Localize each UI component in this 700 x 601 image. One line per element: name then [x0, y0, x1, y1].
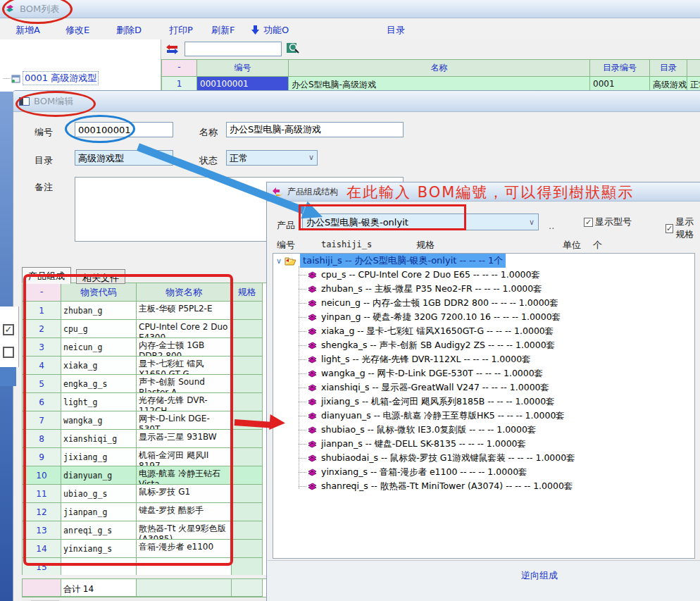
- materials-cell-num[interactable]: 15: [23, 558, 61, 575]
- materials-cell-code[interactable]: yinxiang_s: [61, 540, 137, 558]
- materials-row[interactable]: 3neicun_g内存-金士顿 1GB DDR2 800: [23, 338, 268, 357]
- bom-edit-titlebar[interactable]: BOM编辑: [13, 91, 700, 112]
- materials-cell-code[interactable]: dianyuan_g: [61, 466, 137, 485]
- materials-cell-code[interactable]: light_g: [61, 393, 137, 411]
- materials-cell-name[interactable]: 网卡-D-Link DGE-530T: [137, 411, 232, 430]
- tree-node[interactable]: wangka_g -- 网卡-D-Link DGE-530T -- -- -- …: [273, 366, 694, 380]
- table-cell-name[interactable]: 办公S型电脑-高级游戏: [289, 77, 590, 92]
- materials-row[interactable]: 14yinxiang_s音箱-漫步者 e1100: [23, 540, 268, 558]
- materials-cell-code[interactable]: xianshiqi_g: [61, 430, 137, 448]
- tree-node[interactable]: cpu_s -- CPU-Intel Core 2 Duo E65 -- -- …: [273, 268, 694, 282]
- tree-node[interactable]: dianyuan_s -- 电源-航嘉 冷静王至尊版HK5 -- -- -- 1…: [273, 409, 694, 423]
- checkbox-checked[interactable]: ✓: [3, 324, 14, 335]
- materials-cell-code[interactable]: jixiang_g: [61, 448, 137, 466]
- show-spec-checkbox[interactable]: ✓ 显示规格: [665, 216, 700, 241]
- materials-cell-code[interactable]: ubiao_g_s: [61, 485, 137, 503]
- materials-cell-num[interactable]: 5: [23, 375, 61, 393]
- materials-cell-name[interactable]: 机箱-金河田 飓风II 8197: [137, 448, 232, 466]
- materials-cell-num[interactable]: 14: [23, 540, 61, 558]
- tree-node[interactable]: jixiang_s -- 机箱-金河田 飓风系列8185B -- -- -- 1…: [273, 395, 694, 409]
- functions-button[interactable]: 功能O: [263, 24, 289, 37]
- materials-cell-name[interactable]: 主板-华硕 P5PL2-E: [137, 302, 232, 320]
- materials-cell-spec[interactable]: [232, 503, 263, 521]
- show-model-checkbox[interactable]: ✓ 显示型号: [584, 216, 632, 228]
- materials-cell-spec[interactable]: [232, 393, 263, 411]
- materials-cell-spec[interactable]: [232, 466, 263, 485]
- tree-node[interactable]: shengka_s -- 声卡-创新 SB Audigy2 ZS -- -- -…: [273, 338, 694, 352]
- materials-row[interactable]: 5engka_g_s声卡-创新 Sound Blaster A: [23, 375, 268, 393]
- materials-cell-num[interactable]: 4: [23, 357, 61, 375]
- tree-node[interactable]: shubiaodai_s -- 鼠标袋-罗技 G1游戏键鼠套装 -- -- --…: [273, 451, 694, 465]
- reverse-composition-link[interactable]: 逆向组成: [521, 569, 558, 582]
- table-cell-status[interactable]: 正常: [687, 77, 700, 92]
- catalog-tree-item[interactable]: ┈┈ 0001 高级游戏型: [3, 72, 98, 85]
- materials-row[interactable]: 4xiaka_g显卡-七彩虹 镭风X1650 GT-G: [23, 357, 268, 375]
- materials-cell-num[interactable]: 13: [23, 521, 61, 540]
- materials-cell-spec[interactable]: [232, 448, 263, 466]
- materials-cell-code[interactable]: cpu_g: [61, 320, 137, 338]
- materials-cell-num[interactable]: 7: [23, 411, 61, 430]
- materials-row[interactable]: 10dianyuan_g电源-航嘉 冷静王钻石Vista: [23, 466, 268, 485]
- tree-node[interactable]: yinxiang_s -- 音箱-漫步者 e1100 -- -- -- 1.00…: [273, 465, 694, 479]
- materials-cell-spec[interactable]: [232, 338, 263, 357]
- table-cell-cat[interactable]: 高级游戏型: [650, 77, 687, 92]
- materials-cell-code[interactable]: jianpan_g: [61, 503, 137, 521]
- materials-cell-name[interactable]: 光存储-先锋 DVR-112CH: [137, 393, 232, 411]
- tree-node[interactable]: zhuban_s -- 主板-微星 P35 Neo2-FR -- -- -- 1…: [273, 282, 694, 296]
- materials-cell-num[interactable]: 3: [23, 338, 61, 357]
- tab-related-files[interactable]: 相关文件: [76, 269, 125, 284]
- materials-cell-code[interactable]: zhuban_g: [61, 302, 137, 320]
- tree-node[interactable]: light_s -- 光存储-先锋 DVR-112XL -- -- -- 1.0…: [273, 352, 694, 366]
- materials-row[interactable]: 12jianpan_g键盘-罗技 酷影手: [23, 503, 268, 521]
- materials-cell-num[interactable]: 6: [23, 393, 61, 411]
- materials-row[interactable]: 7wangka_g网卡-D-Link DGE-530T: [23, 411, 268, 430]
- materials-cell-code[interactable]: neicun_g: [61, 338, 137, 357]
- materials-cell-num[interactable]: 1: [23, 302, 61, 320]
- materials-cell-num[interactable]: 9: [23, 448, 61, 466]
- tree-node[interactable]: xianshiqi_s -- 显示器-GreatWall V247 -- -- …: [273, 380, 694, 395]
- materials-cell-name[interactable]: 显卡-七彩虹 镭风X1650 GT-G: [137, 357, 232, 375]
- tree-node[interactable]: shubiao_s -- 鼠标-微软 IE3.0复刻版 -- -- -- 1.0…: [273, 423, 694, 437]
- materials-cell-name[interactable]: 声卡-创新 Sound Blaster A: [137, 375, 232, 393]
- materials-cell-name[interactable]: 内存-金士顿 1GB DDR2 800: [137, 338, 232, 357]
- table-cell-num[interactable]: 1: [162, 77, 197, 92]
- product-structure-titlebar[interactable]: 产品组成结构: [267, 182, 700, 202]
- materials-cell-code[interactable]: engka_g_s: [61, 375, 137, 393]
- bom-code-input[interactable]: [75, 122, 173, 137]
- materials-row[interactable]: 6light_g光存储-先锋 DVR-112CH: [23, 393, 268, 411]
- product-combobox[interactable]: 办公S型电脑-银奥-onlyit ∨: [302, 213, 539, 230]
- browse-dots[interactable]: ..: [549, 221, 554, 231]
- materials-row[interactable]: 8xianshiqi_g显示器-三星 931BW: [23, 430, 268, 448]
- edit-button[interactable]: 修改E: [65, 24, 89, 37]
- tree-root-node[interactable]: ∨ taishiji_s -- 办公S型电脑-银奥-onlyit -- -- -…: [273, 254, 694, 268]
- tree-node[interactable]: xiaka_g -- 显卡-七彩虹 镭风X1650GT-G -- -- -- 1…: [273, 324, 694, 338]
- materials-cell-name[interactable]: 键盘-罗技 酷影手: [137, 503, 232, 521]
- materials-cell-num[interactable]: 2: [23, 320, 61, 338]
- materials-cell-name[interactable]: [137, 558, 232, 575]
- materials-row[interactable]: 15: [23, 558, 268, 575]
- materials-row[interactable]: 9jixiang_g机箱-金河田 飓风II 8197: [23, 448, 268, 466]
- table-row[interactable]: 1000100001办公S型电脑-高级游戏0001高级游戏型正常: [162, 77, 700, 92]
- materials-cell-spec[interactable]: [232, 302, 263, 320]
- catalog-select[interactable]: 高级游戏型 ∨: [75, 150, 173, 166]
- add-button[interactable]: 新增A: [15, 24, 40, 37]
- expander-chevron-icon[interactable]: ∨: [276, 256, 282, 266]
- materials-cell-spec[interactable]: [232, 357, 263, 375]
- materials-cell-name[interactable]: 显示器-三星 931BW: [137, 430, 232, 448]
- materials-cell-spec[interactable]: [232, 540, 263, 558]
- materials-cell-code[interactable]: wangka_g: [61, 411, 137, 430]
- materials-cell-code[interactable]: anreqi_g_s: [61, 521, 137, 540]
- catalog-button[interactable]: 目录: [387, 24, 405, 37]
- materials-cell-spec[interactable]: [232, 430, 263, 448]
- materials-row[interactable]: 11ubiao_g_s鼠标-罗技 G1: [23, 485, 268, 503]
- search-magnifier-icon[interactable]: [287, 42, 300, 58]
- tree-node[interactable]: neicun_g -- 内存-金士顿 1GB DDR2 800 -- -- --…: [273, 296, 694, 310]
- materials-cell-code[interactable]: xiaka_g: [61, 357, 137, 375]
- materials-row[interactable]: 2cpu_gCPU-Intel Core 2 Duo E4300: [23, 320, 268, 338]
- materials-cell-spec[interactable]: [232, 375, 263, 393]
- materials-cell-spec[interactable]: [232, 485, 263, 503]
- delete-button[interactable]: 删除D: [116, 24, 142, 37]
- tree-node[interactable]: yinpan_g -- 硬盘-希捷 320G 7200.10 16 -- -- …: [273, 310, 694, 324]
- refresh-button[interactable]: 刷新F: [211, 24, 235, 37]
- tab-product-composition[interactable]: 产品组成: [22, 267, 71, 284]
